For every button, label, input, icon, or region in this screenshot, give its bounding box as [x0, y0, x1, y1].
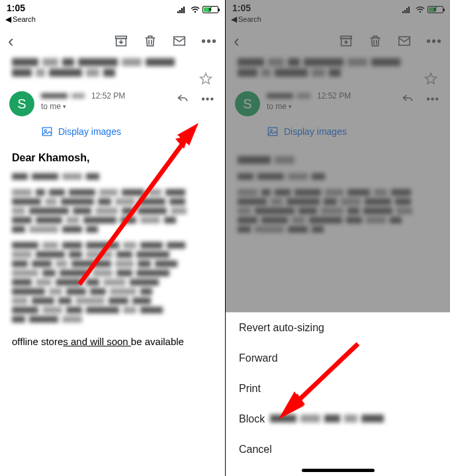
phone-right: 1:05 ⚡︎ ◀︎ Search ‹ ••• S 12:52 — [225, 0, 450, 476]
block-name-redacted — [270, 415, 437, 424]
nav-back-search[interactable]: ◀︎ Search — [226, 13, 450, 28]
display-images-button[interactable]: Display images — [226, 120, 450, 143]
sender-timestamp: 12:52 PM — [317, 91, 351, 100]
image-icon — [41, 126, 53, 138]
back-button[interactable]: ‹ — [8, 31, 14, 52]
nav-back-search[interactable]: ◀︎ Search — [0, 13, 225, 28]
greeting-line: Dear Khamosh, — [12, 152, 213, 164]
reply-icon[interactable] — [176, 91, 189, 107]
svg-point-9 — [420, 11, 421, 12]
body-paragraph-redacted — [238, 189, 438, 233]
subject-area — [0, 54, 225, 77]
chevron-down-icon: ▾ — [289, 103, 292, 110]
sender-name-redacted — [267, 93, 310, 99]
sheet-print[interactable]: Print — [226, 374, 450, 404]
sender-name-redacted — [41, 93, 85, 99]
wifi-icon — [191, 7, 200, 13]
recipient-label: to me — [41, 102, 61, 111]
display-images-label: Display images — [284, 126, 347, 137]
body-paragraph-redacted — [12, 189, 213, 233]
sheet-forward[interactable]: Forward — [226, 343, 450, 374]
battery-icon: ⚡︎ — [428, 6, 443, 13]
svg-point-5 — [44, 130, 46, 132]
status-time: 1:05 — [7, 3, 25, 13]
sheet-block[interactable]: Block — [226, 404, 450, 434]
body-paragraph-redacted — [238, 173, 438, 180]
envelope-icon[interactable] — [397, 34, 412, 48]
avatar-letter: S — [17, 97, 26, 112]
battery-icon: ⚡︎ — [202, 6, 218, 13]
mail-toolbar: ‹ ••• — [226, 28, 450, 54]
message-more-icon[interactable]: ••• — [426, 94, 439, 104]
message-more-icon[interactable]: ••• — [201, 94, 214, 104]
cell-signal-icon — [402, 7, 413, 13]
sheet-block-label: Block — [239, 413, 265, 425]
status-time: 1:05 — [232, 3, 251, 13]
status-bar: 1:05 ⚡︎ — [226, 0, 450, 13]
svg-rect-4 — [42, 128, 52, 136]
wifi-icon — [416, 7, 425, 13]
chevron-down-icon: ▾ — [63, 103, 66, 110]
email-body — [226, 143, 450, 246]
mail-toolbar: ‹ ••• — [0, 28, 225, 54]
display-images-button[interactable]: Display images — [0, 120, 225, 143]
subject-area — [226, 54, 450, 77]
svg-point-0 — [195, 11, 196, 12]
sheet-revert-auto-sizing[interactable]: Revert auto-sizing — [226, 313, 450, 343]
chevron-left-icon: ◀︎ — [231, 15, 237, 24]
recipient-label: to me — [267, 102, 287, 111]
more-icon[interactable]: ••• — [201, 34, 217, 48]
trash-icon[interactable] — [368, 34, 382, 48]
sender-row: S 12:52 PM to me ▾ ••• — [226, 79, 450, 120]
status-bar: 1:05 ⚡︎ — [0, 0, 225, 13]
nav-back-label: Search — [238, 15, 261, 23]
sender-timestamp: 12:52 PM — [91, 91, 125, 100]
cell-signal-icon — [177, 7, 188, 13]
svg-point-14 — [270, 130, 272, 132]
chevron-left-icon: ◀︎ — [5, 15, 11, 24]
email-body: Dear Khamosh, — [0, 143, 225, 336]
phone-left: 1:05 ⚡︎ ◀︎ Search ‹ ••• S 12:52 — [0, 0, 225, 476]
action-sheet: Revert auto-sizing Forward Print Block C… — [226, 312, 450, 476]
body-paragraph-redacted — [238, 156, 438, 164]
archive-icon[interactable] — [114, 34, 128, 48]
display-images-label: Display images — [58, 126, 121, 137]
trash-icon[interactable] — [143, 34, 158, 48]
reply-icon[interactable] — [401, 91, 414, 107]
archive-icon[interactable] — [339, 34, 353, 48]
visible-body-fragment: offline stores and will soon be availabl… — [0, 336, 225, 347]
back-button[interactable]: ‹ — [234, 31, 240, 52]
home-indicator[interactable] — [302, 469, 375, 472]
body-paragraph-redacted — [12, 173, 213, 180]
envelope-icon[interactable] — [172, 34, 187, 48]
sheet-cancel[interactable]: Cancel — [226, 434, 450, 465]
more-icon[interactable]: ••• — [426, 34, 442, 48]
body-paragraph-redacted — [12, 242, 213, 323]
avatar[interactable]: S — [9, 91, 34, 116]
avatar-letter: S — [243, 97, 251, 112]
sender-row: S 12:52 PM to me ▾ ••• — [0, 79, 225, 120]
avatar[interactable]: S — [235, 91, 260, 116]
svg-rect-13 — [268, 128, 277, 136]
image-icon — [267, 126, 279, 138]
nav-back-label: Search — [13, 15, 36, 23]
